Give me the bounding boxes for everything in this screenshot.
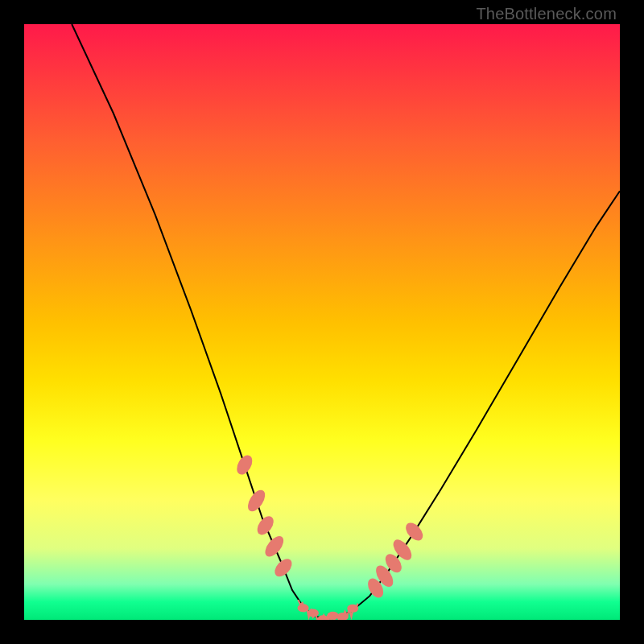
marker-dot xyxy=(254,514,277,538)
marker-dot xyxy=(245,487,269,514)
curve-path xyxy=(72,24,620,618)
marker-dot xyxy=(308,609,319,617)
chart-svg xyxy=(24,24,620,620)
valley-rough-stroke xyxy=(298,600,359,620)
marker-dot xyxy=(271,555,295,580)
marker-cluster-right xyxy=(365,519,426,600)
chart-frame xyxy=(24,24,620,620)
marker-dot xyxy=(233,452,255,477)
marker-dot xyxy=(262,533,287,559)
marker-dot xyxy=(347,605,358,613)
marker-dot xyxy=(402,519,426,543)
marker-cluster-left xyxy=(233,452,295,580)
marker-dot xyxy=(298,604,309,612)
watermark-text: TheBottleneck.com xyxy=(476,5,617,23)
marker-dot xyxy=(328,612,339,620)
